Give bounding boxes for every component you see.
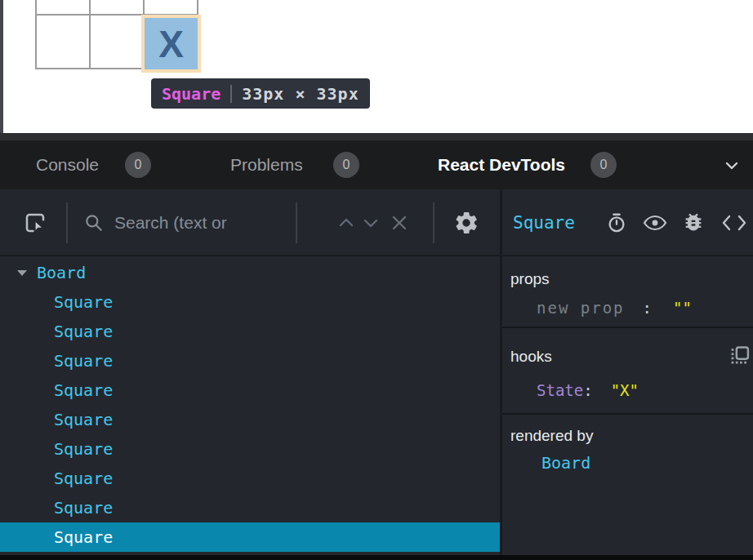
tree-item-square[interactable]: Square — [0, 464, 500, 493]
react-devtools-badge: 0 — [590, 152, 617, 178]
board-cell[interactable] — [36, 0, 90, 15]
tree-item-square[interactable]: Square — [0, 287, 500, 317]
tree-item-label: Square — [54, 292, 113, 312]
tree-item-square[interactable]: Square — [0, 317, 500, 346]
page-viewport: X Square 33px × 33px — [0, 0, 753, 133]
hook-value[interactable]: "X" — [611, 381, 639, 399]
prop-colon: : — [643, 299, 652, 317]
search-icon — [83, 212, 105, 237]
section-divider — [502, 413, 753, 415]
window-bottom-edge — [0, 555, 753, 560]
tree-item-label: Square — [54, 498, 113, 518]
board-cell[interactable] — [144, 0, 198, 15]
previous-result-icon[interactable] — [337, 215, 355, 234]
tree-item-square[interactable]: Square — [0, 346, 500, 376]
selected-component-title: Square — [513, 189, 575, 256]
tree-item-square[interactable]: Square — [0, 434, 500, 464]
tree-item-label: Square — [54, 439, 113, 459]
tree-children: Square Square Square Square Square Squar… — [0, 287, 500, 552]
tooltip-component-name: Square — [162, 84, 221, 104]
view-source-icon[interactable] — [720, 212, 748, 237]
board-cell[interactable] — [90, 0, 144, 15]
rendered-by-owner-link[interactable]: Board — [541, 453, 590, 473]
search-input[interactable] — [114, 206, 287, 240]
eye-icon[interactable] — [643, 213, 667, 236]
inspect-highlight-padding: X — [141, 15, 201, 73]
tree-item-square[interactable]: Square — [0, 376, 500, 405]
square-value: X — [158, 25, 184, 63]
devtools-top-edge — [0, 133, 753, 140]
hook-name[interactable]: State — [537, 381, 583, 399]
stopwatch-icon[interactable] — [605, 211, 628, 238]
inspect-highlight-content[interactable]: X — [145, 18, 198, 69]
tree-item-label: Square — [54, 351, 113, 371]
tree-item-label: Square — [54, 322, 113, 341]
tree-item-square[interactable]: Square — [0, 522, 500, 552]
board-cell[interactable] — [90, 15, 144, 69]
tree-item-label: Square — [54, 410, 113, 429]
prop-value[interactable]: "" — [673, 299, 692, 317]
next-result-icon[interactable] — [362, 215, 380, 234]
tab-problems[interactable]: Problems — [230, 140, 303, 189]
tree-item-label: Board — [37, 263, 86, 282]
tree-item-square[interactable]: Square — [0, 405, 500, 434]
tree-item-label: Square — [54, 380, 113, 400]
expander-triangle-icon[interactable] — [16, 269, 28, 277]
toolbar-divider — [66, 202, 68, 243]
tooltip-dimensions: 33px × 33px — [242, 84, 359, 104]
page-border — [0, 0, 3, 133]
section-divider — [502, 327, 753, 328]
props-new-prop-row[interactable]: new prop : "" — [537, 299, 692, 317]
tree-item-board[interactable]: Board — [0, 258, 500, 287]
element-size-tooltip: Square 33px × 33px — [151, 78, 370, 109]
tab-console[interactable]: Console — [36, 140, 99, 189]
props-heading: props — [510, 270, 550, 288]
react-devtools-toolbar: Square — [0, 189, 753, 256]
devtools-window: X Square 33px × 33px Console 0 Problems … — [0, 0, 753, 560]
component-details-panel: props new prop : "" hooks — [502, 258, 753, 555]
console-badge: 0 — [125, 152, 151, 178]
chevron-down-icon[interactable] — [722, 156, 742, 179]
hooks-heading: hooks — [510, 348, 552, 366]
tree-item-label: Square — [54, 527, 113, 547]
hooks-state-row[interactable]: State: "X" — [537, 381, 639, 399]
hook-colon: : — [583, 381, 592, 399]
bug-icon[interactable] — [682, 211, 705, 237]
toolbar-divider — [296, 202, 297, 243]
rendered-by-heading: rendered by — [510, 427, 593, 445]
tree-item-label: Square — [54, 469, 113, 488]
tree-item-square[interactable]: Square — [0, 493, 500, 522]
clear-search-icon[interactable] — [390, 213, 409, 236]
component-tree-panel: Board Square Square Square Square Square… — [0, 258, 500, 555]
gear-icon[interactable] — [453, 210, 479, 239]
prop-key[interactable]: new prop — [537, 299, 625, 317]
toolbar-divider — [433, 202, 434, 243]
parse-hook-names-icon[interactable] — [729, 346, 750, 370]
tooltip-divider — [230, 85, 232, 103]
devtools-tab-bar: Console 0 Problems 0 React DevTools 0 — [0, 140, 753, 189]
problems-badge: 0 — [333, 152, 359, 178]
inspect-element-icon[interactable] — [23, 211, 47, 238]
tab-react-devtools[interactable]: React DevTools — [438, 140, 565, 189]
board-cell[interactable] — [36, 15, 90, 69]
